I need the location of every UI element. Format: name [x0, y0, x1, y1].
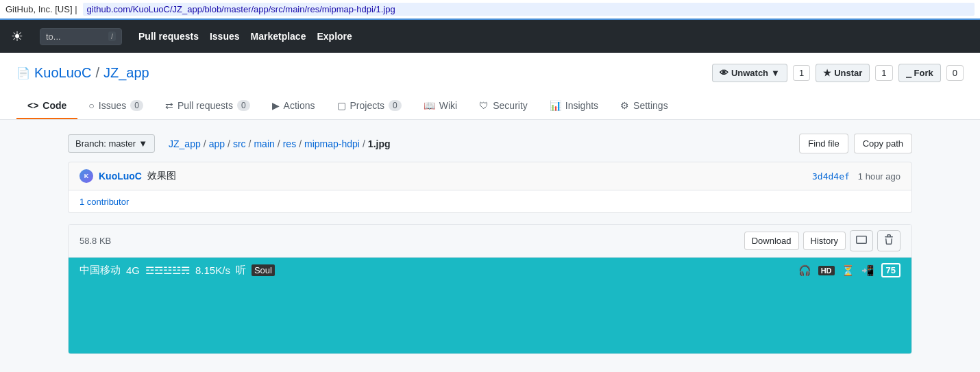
- address-bar: GitHub, Inc. [US] | github.com/KuoLuoC/J…: [0, 0, 980, 20]
- title-separator: /: [95, 65, 99, 81]
- phone-icon: 📲: [861, 264, 874, 277]
- pr-icon: ⇄: [165, 100, 173, 111]
- copy-path-button[interactable]: Copy path: [854, 134, 912, 153]
- tab-settings-label: Settings: [633, 100, 668, 111]
- breadcrumb-actions: Find file Copy path: [799, 134, 912, 153]
- tab-issues[interactable]: ○ Issues 0: [77, 93, 154, 119]
- file-size: 58.8 KB: [79, 236, 111, 246]
- commit-author: K KuoLuoC 效果图: [79, 169, 176, 183]
- nav-pull-requests[interactable]: Pull requests: [138, 31, 199, 42]
- phone-status-bar: 中国移动 4G ☲☲☳☳☴ 8.15K/s 听 Soul 🎧 HD ⏳ 📲 75: [69, 258, 911, 283]
- battery-level: 75: [881, 263, 901, 277]
- soul-badge: Soul: [252, 264, 275, 276]
- commit-box: K KuoLuoC 效果图 3d4d4ef 1 hour ago: [68, 162, 912, 190]
- breadcrumb-app[interactable]: app: [209, 138, 225, 149]
- file-header: 58.8 KB Download History: [69, 225, 911, 258]
- breadcrumb-res[interactable]: res: [283, 138, 296, 149]
- tab-security[interactable]: 🛡 Security: [468, 93, 539, 119]
- search-placeholder: to...: [46, 32, 61, 42]
- top-nav: ☀ to... / Pull requests Issues Marketpla…: [0, 20, 980, 53]
- issues-count: 0: [130, 100, 143, 111]
- wiki-icon: 📖: [424, 100, 435, 111]
- breadcrumb-src[interactable]: src: [233, 138, 246, 149]
- tab-security-label: Security: [493, 100, 528, 111]
- branch-selector[interactable]: Branch: master ▼: [68, 134, 155, 153]
- history-button[interactable]: History: [803, 232, 846, 250]
- main-content: Branch: master ▼ JZ_app / app / src / ma…: [51, 120, 929, 368]
- nav-issues[interactable]: Issues: [210, 31, 240, 42]
- breadcrumb-filename: 1.jpg: [368, 138, 391, 149]
- tab-insights-label: Insights: [565, 100, 598, 111]
- delete-button[interactable]: [877, 230, 901, 251]
- nav-marketplace[interactable]: Marketplace: [251, 31, 306, 42]
- carrier-text: 中国移动: [79, 264, 121, 277]
- commit-sha-link[interactable]: 3d4d4ef: [812, 171, 850, 182]
- actions-icon: ▶: [272, 100, 280, 111]
- nav-explore[interactable]: Explore: [317, 31, 352, 42]
- hd-badge: HD: [818, 266, 835, 275]
- tab-actions-label: Actions: [284, 100, 315, 111]
- headphone-icon: 🎧: [798, 264, 811, 277]
- repo-tabs: <> Code ○ Issues 0 ⇄ Pull requests 0 ▶ A…: [16, 93, 964, 119]
- breadcrumb-main[interactable]: main: [254, 138, 274, 149]
- alarm-icon: ⏳: [842, 264, 855, 277]
- unwatch-label: Unwatch: [731, 68, 768, 78]
- branch-label: Branch: master: [75, 138, 136, 149]
- repo-title: 📄 KuoLuoC / JZ_app: [16, 65, 149, 81]
- tab-projects-label: Projects: [350, 100, 385, 111]
- fork-count: 0: [946, 65, 964, 81]
- search-shortcut: /: [108, 32, 116, 41]
- eye-icon: 👁: [720, 68, 728, 78]
- unstar-count: 1: [875, 65, 892, 81]
- breadcrumb: JZ_app / app / src / main / res / mipmap…: [169, 138, 391, 149]
- network-type: 4G: [126, 264, 140, 276]
- fork-icon: ⎯: [906, 68, 911, 78]
- status-left: 中国移动 4G ☲☲☳☳☴ 8.15K/s 听 Soul: [79, 264, 275, 277]
- listen-text zh-text: 听: [236, 264, 246, 277]
- tab-issues-label: Issues: [99, 100, 126, 111]
- site-label: GitHub, Inc. [US] |: [5, 4, 77, 14]
- tab-code[interactable]: <> Code: [16, 93, 77, 119]
- unwatch-button[interactable]: 👁 Unwatch ▼: [712, 64, 787, 82]
- unstar-label: Unstar: [834, 68, 862, 78]
- github-logo: ☀: [11, 28, 23, 45]
- breadcrumb-mipmap[interactable]: mipmap-hdpi: [304, 138, 360, 149]
- security-icon: 🛡: [479, 100, 489, 111]
- file-view: 58.8 KB Download History: [68, 224, 912, 354]
- tab-pr-label: Pull requests: [177, 100, 233, 111]
- repo-name-link[interactable]: JZ_app: [103, 65, 149, 81]
- tab-settings[interactable]: ⚙ Settings: [609, 93, 679, 119]
- unstar-button[interactable]: ★ Unstar: [816, 64, 870, 82]
- download-button[interactable]: Download: [744, 232, 799, 250]
- commit-user-link[interactable]: KuoLuoC: [99, 171, 142, 182]
- signal-bars-icon: ☲☲☳☳☴: [145, 264, 190, 277]
- repo-title-row: 📄 KuoLuoC / JZ_app 👁 Unwatch ▼ 1 ★ Unsta…: [16, 64, 964, 82]
- find-file-button[interactable]: Find file: [799, 134, 848, 153]
- speed-text: 8.15K/s: [195, 264, 230, 276]
- nav-links: Pull requests Issues Marketplace Explore: [138, 31, 352, 42]
- projects-icon: ▢: [337, 100, 346, 111]
- file-actions: Download History: [744, 230, 901, 251]
- fork-label: Fork: [914, 68, 933, 78]
- tab-pull-requests[interactable]: ⇄ Pull requests 0: [154, 93, 261, 119]
- repo-icon: 📄: [16, 66, 30, 79]
- code-icon: <>: [27, 100, 38, 111]
- avatar: K: [79, 169, 93, 183]
- breadcrumb-repo[interactable]: JZ_app: [169, 138, 201, 149]
- settings-icon: ⚙: [620, 100, 629, 111]
- repo-owner-link[interactable]: KuoLuoC: [34, 65, 91, 81]
- commit-right: 3d4d4ef 1 hour ago: [812, 171, 901, 182]
- tab-code-label: Code: [42, 100, 66, 111]
- repo-actions: 👁 Unwatch ▼ 1 ★ Unstar 1 ⎯ Fork 0: [712, 64, 964, 82]
- tab-actions[interactable]: ▶ Actions: [261, 93, 326, 119]
- repo-header: 📄 KuoLuoC / JZ_app 👁 Unwatch ▼ 1 ★ Unsta…: [0, 53, 980, 120]
- unwatch-chevron: ▼: [771, 68, 780, 78]
- fork-button[interactable]: ⎯ Fork: [898, 64, 941, 82]
- tab-wiki[interactable]: 📖 Wiki: [413, 93, 468, 119]
- contributor-link[interactable]: 1 contributor: [79, 197, 129, 207]
- tab-insights[interactable]: 📊 Insights: [539, 93, 609, 119]
- search-box[interactable]: to... /: [40, 28, 122, 45]
- display-icon-button[interactable]: [850, 230, 873, 251]
- pr-count: 0: [237, 100, 250, 111]
- tab-projects[interactable]: ▢ Projects 0: [326, 93, 413, 119]
